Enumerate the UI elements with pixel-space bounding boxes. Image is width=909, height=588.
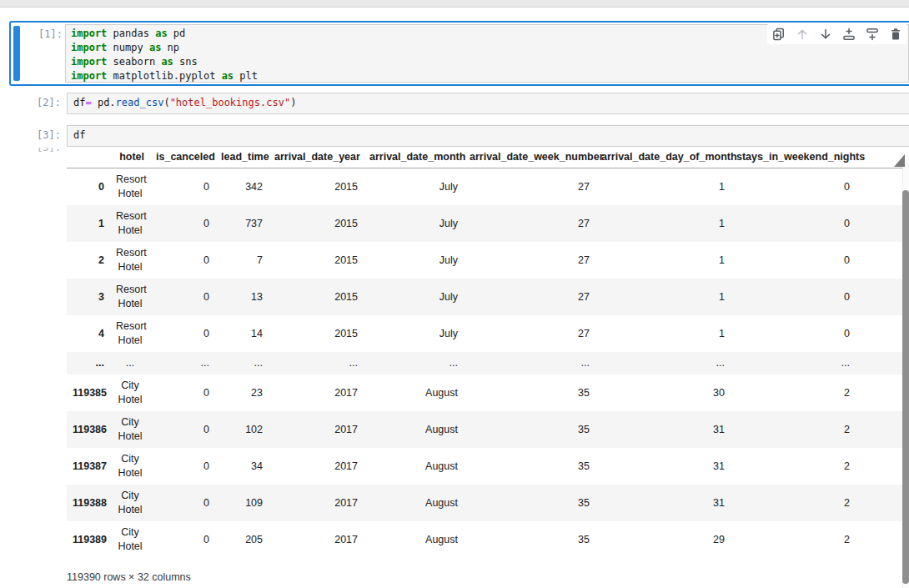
table-cell: 30 xyxy=(595,374,731,411)
column-header: lead_time xyxy=(215,148,269,168)
table-cell: 737 xyxy=(215,205,269,242)
table-cell: July xyxy=(364,168,464,206)
code-editor-2[interactable]: df= pd.read_csv("hotel_bookings.csv") xyxy=(67,93,909,114)
table-cell: 2 xyxy=(731,521,856,558)
code-cell-3[interactable]: [3]: df xyxy=(0,125,909,147)
code-line: df= pd.read_csv("hotel_bookings.csv") xyxy=(73,96,904,110)
output-scrollbar-track[interactable] xyxy=(902,153,909,588)
table-cell: ... xyxy=(150,352,215,374)
table-cell: Resort Hotel xyxy=(110,242,150,279)
delete-cells-icon xyxy=(889,28,902,41)
table-cell: ... xyxy=(464,352,595,374)
table-cell: 34 xyxy=(215,448,269,485)
table-row: 0Resort Hotel03422015July2710 xyxy=(67,168,902,206)
scroll-corner-icon xyxy=(894,154,905,167)
cell-toolbar xyxy=(767,23,907,44)
table-cell xyxy=(856,411,902,448)
table-cell: 31 xyxy=(595,485,731,521)
row-index: 4 xyxy=(67,315,110,352)
table-cell: 0 xyxy=(731,242,856,279)
table-cell: 0 xyxy=(150,242,215,279)
duplicate-cells-button[interactable] xyxy=(769,24,789,44)
table-cell: 2 xyxy=(731,485,856,521)
table-cell: 27 xyxy=(464,279,595,315)
column-header: is_canceled xyxy=(150,148,215,168)
table-cell: 1 xyxy=(595,205,731,242)
row-index: 119387 xyxy=(67,448,110,485)
table-cell: Resort Hotel xyxy=(110,279,150,315)
table-cell xyxy=(856,279,902,315)
execution-count-3: [3]: xyxy=(0,129,61,141)
row-index: 119385 xyxy=(67,374,110,411)
table-cell: August xyxy=(364,411,464,448)
table-cell: 1 xyxy=(595,168,731,206)
table-row: 4Resort Hotel0142015July2710 xyxy=(67,315,902,352)
table-cell: ... xyxy=(269,352,364,374)
table-cell: August xyxy=(364,485,464,521)
table-cell: 0 xyxy=(150,205,215,242)
table-row: 119388City Hotel01092017August35312 xyxy=(67,485,902,521)
dataframe-output: hotelis_canceledlead_timearrival_date_ye… xyxy=(67,148,902,560)
column-header: arrival_date_day_of_month xyxy=(595,148,731,168)
move-cell-down-button[interactable] xyxy=(816,24,836,44)
column-header: arrival_date_week_number xyxy=(464,148,595,168)
table-cell: 2015 xyxy=(269,168,364,206)
output-scrollbar-thumb[interactable] xyxy=(902,190,909,584)
row-index: 3 xyxy=(67,279,110,315)
table-cell xyxy=(856,374,902,411)
code-editor-3[interactable]: df xyxy=(67,125,909,147)
table-cell: 35 xyxy=(464,411,595,448)
dataframe-table: hotelis_canceledlead_timearrival_date_ye… xyxy=(67,148,902,558)
table-cell: 342 xyxy=(215,168,269,206)
table-row: 3Resort Hotel0132015July2710 xyxy=(67,279,902,315)
table-cell: July xyxy=(364,242,464,279)
delete-cells-button[interactable] xyxy=(886,24,906,44)
code-cell-2[interactable]: [2]: df= pd.read_csv("hotel_bookings.csv… xyxy=(0,93,909,114)
row-index: 119386 xyxy=(67,411,110,448)
table-cell: 2 xyxy=(731,411,856,448)
table-cell: ... xyxy=(595,352,731,374)
table-cell: City Hotel xyxy=(110,448,150,485)
table-cell: 0 xyxy=(150,374,215,411)
table-cell: 2017 xyxy=(269,485,364,521)
jupyter-notebook: [1]: import pandas as pdimport numpy as … xyxy=(0,0,909,588)
table-cell: 2015 xyxy=(269,205,364,242)
table-cell: 27 xyxy=(464,242,595,279)
table-row: 119389City Hotel02052017August35292 xyxy=(67,521,902,558)
table-cell: 0 xyxy=(150,485,215,521)
row-index: 2 xyxy=(67,242,110,279)
column-header: arrival_date_year xyxy=(269,148,364,168)
table-cell: 0 xyxy=(150,168,215,206)
table-cell xyxy=(856,205,902,242)
table-cell: ... xyxy=(110,352,150,374)
duplicate-cells-icon xyxy=(772,28,786,41)
table-cell: 1 xyxy=(595,315,731,352)
table-cell: 14 xyxy=(215,315,269,352)
table-cell: 35 xyxy=(464,485,595,521)
move-cell-up-button[interactable] xyxy=(792,24,812,44)
table-cell: 102 xyxy=(215,411,269,448)
insert-cell-below-button[interactable] xyxy=(862,24,882,44)
insert-cell-above-button[interactable] xyxy=(839,24,859,44)
table-cell: 27 xyxy=(464,168,595,206)
table-cell xyxy=(856,521,902,558)
table-cell: 31 xyxy=(595,411,731,448)
table-cell xyxy=(856,242,902,279)
table-row: 119386City Hotel01022017August35312 xyxy=(67,411,902,448)
table-cell xyxy=(856,315,902,352)
table-cell: 2017 xyxy=(269,521,364,558)
table-cell: 0 xyxy=(150,448,215,485)
column-header: hotel xyxy=(110,148,150,168)
table-cell xyxy=(856,168,902,206)
table-cell: 27 xyxy=(464,205,595,242)
output-prompt-clipped: [3]: xyxy=(0,148,61,156)
table-cell: 2 xyxy=(731,448,856,485)
code-line: import matplotlib.pyplot as plt xyxy=(71,69,903,83)
table-cell: 35 xyxy=(464,448,595,485)
execution-count-1: [1]: xyxy=(11,28,63,40)
table-cell: 2017 xyxy=(269,411,364,448)
table-cell: 0 xyxy=(731,168,856,206)
table-cell: August xyxy=(364,521,464,558)
move-cell-up-icon xyxy=(796,28,809,41)
table-cell: August xyxy=(364,374,464,411)
